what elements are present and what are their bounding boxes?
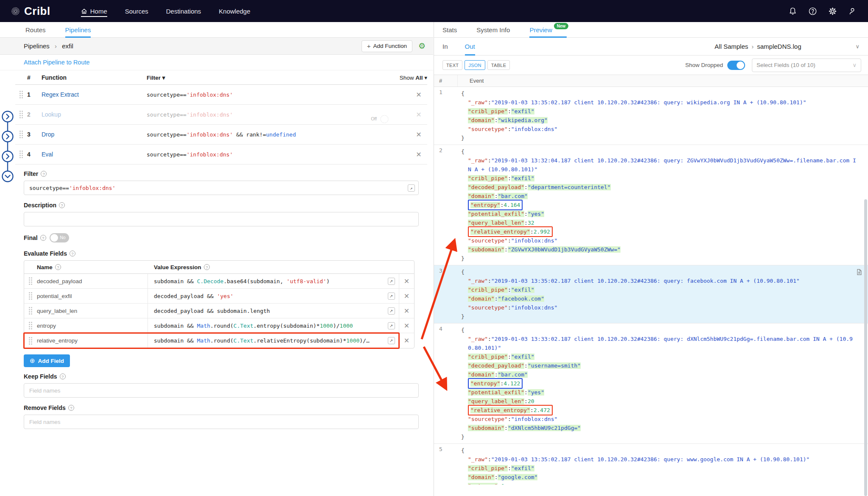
- nav-item-knowledge[interactable]: Knowledge: [219, 8, 250, 15]
- sample-file-selector[interactable]: All Samples › sampleDNS.log ∨: [715, 38, 860, 55]
- keep-fields-input[interactable]: [29, 387, 413, 394]
- tab-preview[interactable]: Preview New: [529, 22, 567, 37]
- tab-routes[interactable]: Routes: [25, 22, 46, 37]
- view-mode-text[interactable]: TEXT: [442, 60, 462, 70]
- red-annotation-box: "relative_entropy":2.992: [468, 226, 553, 237]
- field-value-expression[interactable]: subdomain && Math.round(C.Text.entropy(s…: [148, 323, 384, 329]
- remove-field-icon[interactable]: ✕: [404, 292, 409, 300]
- remove-function-icon[interactable]: ✕: [416, 131, 421, 138]
- drag-handle-icon[interactable]: [29, 307, 32, 315]
- evaluate-field-row: decoded_payloadsubdomain && C.Decode.bas…: [24, 274, 414, 289]
- expand-editor-icon[interactable]: ↗: [388, 337, 395, 344]
- function-name-link[interactable]: Lookup: [42, 111, 61, 118]
- help-icon[interactable]: ?: [68, 405, 74, 411]
- drag-handle-icon[interactable]: [29, 337, 32, 345]
- remove-field-icon[interactable]: ✕: [404, 322, 409, 330]
- scrollbar-thumb[interactable]: [864, 199, 867, 496]
- event-row[interactable]: 2{"_raw":"2019-01-03 13:32:04.187 client…: [434, 145, 868, 265]
- help-icon[interactable]: ?: [204, 264, 210, 270]
- remove-function-icon[interactable]: ✕: [416, 151, 421, 158]
- remove-function-icon[interactable]: ✕: [416, 91, 421, 98]
- view-mode-table[interactable]: TABLE: [487, 60, 510, 70]
- drag-handle-icon[interactable]: [19, 131, 23, 138]
- remove-field-icon[interactable]: ✕: [404, 277, 409, 285]
- event-row[interactable]: 1{"_raw":"2019-01-03 13:35:02.187 client…: [434, 87, 868, 145]
- function-table-header: # Function Filter ▾ Show All ▾: [15, 70, 427, 85]
- left-tabs: Routes Pipelines: [0, 22, 433, 38]
- help-icon[interactable]: [808, 7, 817, 16]
- filter-expression-input[interactable]: sourcetype=='infoblox:dns' ↗: [24, 181, 419, 195]
- tab-in[interactable]: In: [442, 38, 448, 55]
- field-value-expression[interactable]: decoded_payload && 'yes': [148, 293, 384, 299]
- final-label: Final?: [24, 234, 46, 241]
- field-value-expression[interactable]: subdomain && Math.round(C.Text.relativeE…: [148, 337, 384, 344]
- add-function-button[interactable]: + Add Function: [362, 40, 412, 52]
- expand-editor-icon[interactable]: ↗: [408, 184, 415, 192]
- help-icon[interactable]: ?: [55, 264, 61, 270]
- help-icon[interactable]: ?: [60, 373, 66, 379]
- attach-pipeline-link[interactable]: Attach Pipeline to Route: [24, 59, 90, 66]
- tab-stats[interactable]: Stats: [442, 22, 457, 37]
- event-row[interactable]: 3{"_raw":"2019-01-03 13:35:02.187 client…: [434, 265, 868, 323]
- show-all-control[interactable]: Show All ▾: [400, 74, 427, 81]
- drag-handle-icon[interactable]: [29, 322, 32, 329]
- drag-handle-icon[interactable]: [19, 150, 23, 158]
- settings-gear-icon[interactable]: [828, 7, 837, 16]
- field-name[interactable]: entropy: [37, 318, 148, 333]
- add-field-button[interactable]: ⊕ Add Field: [24, 354, 70, 367]
- function-name-link[interactable]: Regex Extract: [42, 91, 79, 98]
- expand-editor-icon[interactable]: ↗: [388, 322, 395, 329]
- drag-handle-icon[interactable]: [19, 91, 23, 98]
- help-icon[interactable]: ?: [59, 202, 65, 208]
- function-name-link[interactable]: Drop: [42, 131, 54, 138]
- event-row[interactable]: 5{"_raw":"2019-01-03 13:35:02.187 client…: [434, 444, 868, 485]
- show-dropped-toggle[interactable]: [727, 61, 745, 70]
- field-name[interactable]: decoded_payload: [37, 274, 148, 288]
- copy-event-icon[interactable]: [856, 269, 862, 278]
- function-name-link[interactable]: Eval: [42, 151, 53, 158]
- remove-field-icon[interactable]: ✕: [404, 337, 409, 345]
- filter-column-header[interactable]: Filter ▾: [147, 74, 400, 81]
- tab-pipelines[interactable]: Pipelines: [65, 22, 91, 37]
- tab-system-info[interactable]: System Info: [476, 22, 510, 37]
- evaluate-fields-header: Name? Value Expression?: [24, 261, 414, 274]
- field-value-expression[interactable]: subdomain && C.Decode.base64(subdomain, …: [148, 278, 384, 284]
- remove-fields-input[interactable]: [29, 419, 413, 425]
- user-profile-icon[interactable]: [848, 7, 857, 16]
- expand-editor-icon[interactable]: ↗: [388, 307, 395, 315]
- tab-out[interactable]: Out: [465, 38, 475, 55]
- nav-item-sources[interactable]: Sources: [125, 8, 148, 15]
- cribl-logo[interactable]: Cribl: [11, 5, 50, 18]
- remove-function-icon[interactable]: ✕: [416, 111, 421, 118]
- event-json: {"_raw":"2019-01-03 13:32:04.187 client …: [458, 145, 868, 265]
- help-icon[interactable]: ?: [70, 251, 75, 256]
- field-name[interactable]: query_label_len: [37, 304, 148, 318]
- help-icon[interactable]: ?: [41, 171, 47, 177]
- nav-item-home[interactable]: Home: [81, 8, 107, 17]
- remove-field-icon[interactable]: ✕: [404, 307, 409, 315]
- help-icon[interactable]: ?: [40, 235, 46, 241]
- nav-item-destinations[interactable]: Destinations: [166, 8, 201, 15]
- field-name[interactable]: potential_exfil: [37, 289, 148, 303]
- expand-editor-icon[interactable]: ↗: [388, 278, 395, 285]
- description-input-wrap: [24, 212, 419, 226]
- evaluate-fields-table: Name? Value Expression? decoded_payloads…: [24, 260, 415, 348]
- expand-editor-icon[interactable]: ↗: [388, 293, 395, 300]
- chevron-down-icon: ∨: [855, 43, 860, 50]
- drag-handle-icon[interactable]: [29, 277, 32, 285]
- final-toggle[interactable]: No: [50, 233, 69, 242]
- drag-handle-icon[interactable]: [29, 292, 32, 300]
- description-input[interactable]: [29, 216, 413, 223]
- notifications-bell-icon[interactable]: [788, 7, 797, 16]
- view-mode-json[interactable]: JSON: [465, 60, 485, 70]
- pipeline-settings-gear-icon[interactable]: ⚙: [418, 42, 426, 50]
- chevron-down-icon: ∨: [852, 62, 857, 68]
- field-name[interactable]: relative_entropy: [37, 333, 148, 348]
- select-fields-dropdown[interactable]: Select Fields (10 of 10) ∨: [752, 59, 861, 72]
- field-value-expression[interactable]: decoded_payload && subdomain.length: [148, 308, 384, 314]
- view-mode-switcher: TEXT JSON TABLE: [442, 60, 510, 70]
- description-label: Description?: [24, 202, 419, 209]
- drag-handle-icon[interactable]: [19, 111, 23, 118]
- event-row[interactable]: 4{"_raw":"2019-01-03 13:33:02.187 client…: [434, 323, 868, 444]
- evaluate-field-row: relative_entropysubdomain && Math.round(…: [24, 333, 414, 348]
